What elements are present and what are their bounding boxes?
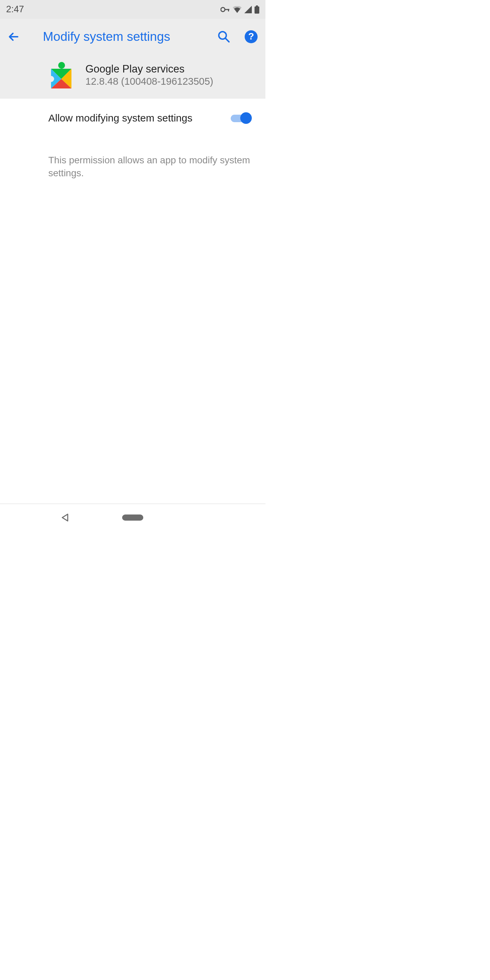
- help-button[interactable]: ?: [244, 30, 258, 43]
- svg-text:?: ?: [248, 31, 254, 41]
- status-time: 2:47: [6, 4, 24, 14]
- permission-description: This permission allows an app to modify …: [0, 137, 266, 180]
- svg-point-10: [48, 76, 54, 82]
- app-version: 12.8.48 (100408-196123505): [86, 76, 213, 87]
- svg-rect-4: [255, 6, 259, 14]
- action-icons: ?: [217, 30, 258, 43]
- app-bar: Modify system settings ?: [0, 19, 266, 54]
- setting-row[interactable]: Allow modifying system settings: [0, 99, 266, 137]
- vpn-key-icon: [221, 7, 230, 12]
- svg-point-9: [58, 62, 65, 69]
- app-icon: [47, 61, 73, 89]
- svg-rect-2: [228, 9, 229, 11]
- content-area: Allow modifying system settings This per…: [0, 99, 266, 504]
- search-icon: [218, 30, 231, 43]
- search-button[interactable]: [217, 30, 231, 43]
- back-arrow-icon: [8, 30, 21, 43]
- nav-back-icon: [60, 513, 70, 522]
- toggle-switch[interactable]: [231, 112, 252, 124]
- help-icon: ?: [245, 30, 258, 43]
- app-info: Google Play services 12.8.48 (100408-196…: [0, 54, 266, 89]
- nav-back-button[interactable]: [60, 513, 70, 522]
- nav-home-button[interactable]: [122, 514, 143, 520]
- status-bar: 2:47: [0, 0, 266, 19]
- navigation-bar: [0, 504, 266, 531]
- app-name: Google Play services: [86, 63, 213, 75]
- svg-rect-3: [256, 5, 258, 6]
- back-button[interactable]: [8, 30, 28, 43]
- setting-label: Allow modifying system settings: [48, 112, 192, 124]
- header-section: Modify system settings ?: [0, 19, 266, 99]
- cellular-signal-icon: [244, 6, 252, 13]
- wifi-icon: [233, 6, 242, 13]
- svg-line-6: [226, 38, 229, 42]
- battery-icon: [255, 5, 259, 14]
- status-icons: [221, 5, 259, 14]
- svg-point-0: [221, 8, 225, 11]
- page-title: Modify system settings: [28, 30, 217, 44]
